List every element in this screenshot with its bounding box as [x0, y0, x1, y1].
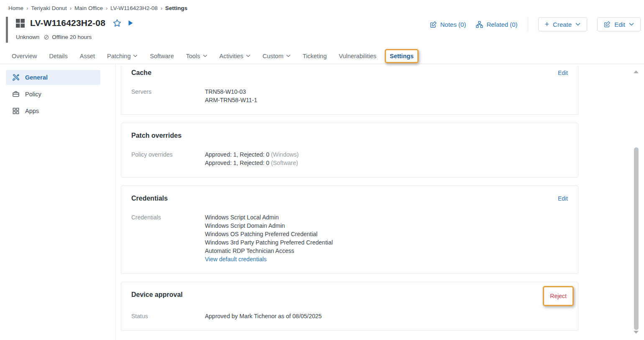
tab-label: Overview: [12, 53, 37, 59]
offline-icon: [44, 35, 49, 40]
device-title: LV-W116423H2-08: [30, 18, 105, 28]
device-status: Unknown: [16, 34, 39, 40]
notes-label: Notes (0): [440, 21, 466, 28]
tab-label: Activities: [220, 53, 243, 59]
sidebar-item-label: Policy: [25, 91, 41, 98]
org-color-bar: [6, 17, 8, 43]
tab-label: Details: [49, 53, 67, 59]
edit-label: Edit: [614, 21, 625, 28]
tab-patching[interactable]: Patching: [107, 53, 138, 59]
breadcrumb-separator: ›: [161, 5, 162, 11]
field-value-line: Windows OS Patching Preferred Credential: [205, 230, 333, 238]
field-label: Policy overrides: [131, 150, 205, 159]
chevron-down-icon: [629, 23, 634, 26]
tab-label: Tools: [186, 53, 200, 59]
tab-overview[interactable]: Overview: [12, 53, 37, 59]
plus-icon: +: [545, 21, 549, 28]
tab-bar: OverviewDetailsAssetPatchingSoftwareTool…: [0, 48, 644, 64]
tools-icon: [12, 74, 20, 81]
field-value-line: TRN58-W10-03: [205, 88, 257, 96]
card-title: Cache: [131, 69, 151, 77]
tab-label: Patching: [107, 53, 130, 59]
tab-label: Settings: [390, 53, 414, 59]
create-button[interactable]: + Create: [538, 17, 588, 31]
tab-activities[interactable]: Activities: [220, 53, 250, 59]
field-value-line: Windows 3rd Party Patching Preferred Cre…: [205, 238, 333, 247]
credentials-action-link[interactable]: Edit: [558, 195, 568, 202]
settings-sidebar: GeneralPolicyApps: [0, 64, 116, 340]
field-values: Windows Script Local AdminWindows Script…: [205, 213, 333, 263]
tab-label: Ticketing: [303, 53, 327, 59]
header-divider: [528, 17, 528, 31]
tab-vulnerabilities[interactable]: Vulnerabilities: [339, 53, 376, 59]
play-icon[interactable]: [127, 20, 134, 26]
sidebar-item-label: Apps: [25, 108, 39, 114]
field-values: Approved: 1, Rejected: 0(Windows)Approve…: [205, 150, 299, 167]
value-text: ARM-TRN58-W11-1: [205, 97, 257, 103]
scroll-down-icon[interactable]: [634, 331, 639, 334]
tab-details[interactable]: Details: [49, 53, 67, 59]
breadcrumb-separator: ›: [26, 5, 28, 11]
sidebar-item-general[interactable]: General: [6, 70, 100, 85]
breadcrumb-item[interactable]: LV-W116423H2-08: [110, 5, 158, 11]
field-value-line: Approved: 1, Rejected: 0(Windows): [205, 150, 299, 159]
tab-label: Custom: [263, 53, 284, 59]
chevron-down-icon: [203, 54, 207, 57]
briefcase-icon: [12, 90, 20, 98]
create-label: Create: [553, 21, 572, 28]
field-value-line: Approved by Mark Tichenor as of 08/05/20…: [205, 312, 322, 320]
card-head: CacheEdit: [131, 69, 568, 77]
value-text: Automatic RDP Technician Access: [205, 247, 294, 254]
tab-label: Software: [150, 53, 174, 59]
scrollbar-thumb[interactable]: [634, 147, 639, 330]
field-values: Approved by Mark Tichenor as of 08/05/20…: [205, 312, 322, 320]
value-suffix: (Software): [271, 160, 298, 166]
field-label: Status: [131, 312, 205, 320]
tab-custom[interactable]: Custom: [263, 53, 291, 59]
device-approval-action-link[interactable]: Reject: [550, 292, 567, 300]
breadcrumb-item[interactable]: Teriyaki Donut: [31, 5, 67, 11]
tab-asset[interactable]: Asset: [80, 53, 95, 59]
value-text: Approved by Mark Tichenor as of 08/05/20…: [205, 313, 322, 319]
windows-icon: [16, 19, 25, 28]
card-title: Patch overrides: [131, 132, 181, 139]
breadcrumb-item[interactable]: Home: [8, 5, 23, 11]
field-value-line: ARM-TRN58-W11-1: [205, 96, 257, 104]
scroll-up-icon[interactable]: [634, 70, 639, 73]
cache-action-link[interactable]: Edit: [558, 69, 568, 77]
related-label: Related (0): [486, 21, 517, 28]
related-link[interactable]: Related (0): [476, 21, 517, 28]
view-default-credentials-link[interactable]: View default credentials: [205, 255, 333, 263]
tab-label: Vulnerabilities: [339, 53, 376, 59]
tab-tools[interactable]: Tools: [186, 53, 207, 59]
field-row: ServersTRN58-W10-03ARM-TRN58-W11-1: [131, 88, 568, 104]
star-icon[interactable]: [112, 18, 122, 28]
sidebar-item-apps[interactable]: Apps: [6, 103, 100, 118]
main-area: GeneralPolicyApps CacheEditServersTRN58-…: [0, 64, 644, 340]
device-header: LV-W116423H2-08 Unknown Offline 20 hours: [0, 16, 644, 44]
chevron-down-icon: [246, 54, 250, 57]
breadcrumb-item[interactable]: Main Office: [74, 5, 103, 11]
edit-button[interactable]: Edit: [597, 17, 641, 31]
value-text: Windows Script Local Admin: [205, 214, 279, 221]
settings-content: CacheEditServersTRN58-W10-03ARM-TRN58-W1…: [116, 64, 644, 340]
notes-link[interactable]: Notes (0): [430, 21, 466, 28]
annotation-highlight-box: Reject: [543, 286, 574, 306]
card-credentials: CredentialsEditCredentialsWindows Script…: [121, 185, 578, 274]
card-head: CredentialsEdit: [131, 195, 568, 202]
tab-software[interactable]: Software: [150, 53, 174, 59]
card-head: Device approvalReject: [131, 291, 568, 301]
field-value-line: Windows Script Domain Admin: [205, 222, 333, 230]
edit-icon: [604, 21, 611, 28]
grid-icon: [12, 107, 20, 115]
tab-ticketing[interactable]: Ticketing: [303, 53, 327, 59]
annotation-highlight-box: Settings: [385, 49, 419, 63]
sidebar-item-policy[interactable]: Policy: [6, 87, 100, 102]
value-suffix: (Windows): [271, 151, 299, 158]
value-text: Windows 3rd Party Patching Preferred Cre…: [205, 239, 333, 246]
value-text: Approved: 1, Rejected: 0: [205, 160, 269, 166]
chevron-down-icon: [575, 23, 580, 26]
card-device-approval: Device approvalRejectStatusApproved by M…: [121, 282, 578, 331]
tab-settings[interactable]: Settings: [390, 53, 414, 59]
breadcrumb-item: Settings: [165, 5, 187, 11]
